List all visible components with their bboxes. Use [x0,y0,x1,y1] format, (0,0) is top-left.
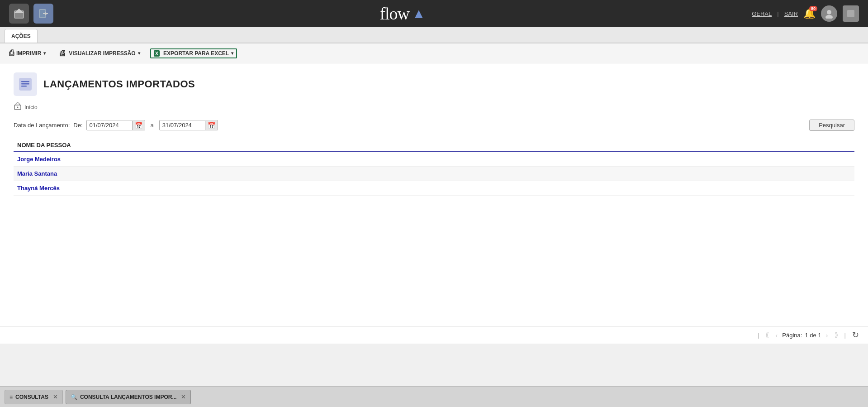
visualizar-label: VISUALIZAR IMPRESSÃO [69,50,135,57]
pag-last-button[interactable]: ⟫ [833,330,840,340]
toolbar: ⎙ IMPRIMIR ▾ 🖨 VISUALIZAR IMPRESSÃO ▾ X … [0,43,868,63]
svg-rect-9 [21,81,29,82]
svg-rect-10 [21,83,29,85]
user-avatar[interactable] [821,5,837,22]
print-icon: ⎙ [9,48,14,58]
a-label: a [151,122,154,129]
main-content: LANÇAMENTOS IMPORTADOS Início Data de La… [0,63,868,326]
table-cell-name: Jorge Medeiros [14,152,854,167]
imprimir-button[interactable]: ⎙ IMPRIMIR ▾ [6,47,48,59]
breadcrumb: Início [14,102,854,112]
svg-point-13 [17,107,19,108]
svg-rect-11 [21,86,27,87]
filter-row: Data de Lançamento: De: 📅 a 📅 Pesquisar [14,120,854,131]
pag-de: de [810,332,818,339]
pag-numbers: 1 de 1 [805,332,821,339]
pag-prev-button[interactable]: ‹ [773,330,779,340]
pag-label: Página: [782,332,802,339]
pag-right-sep: | [844,332,846,339]
person-link[interactable]: Maria Santana [17,170,57,177]
svg-point-6 [825,15,833,19]
svg-rect-7 [847,10,854,17]
date-to-wrap: 📅 [159,120,218,130]
visualizar-button[interactable]: 🖨 VISUALIZAR IMPRESSÃO ▾ [56,47,142,59]
column-header-nome: NOME DA PESSOA [14,139,854,152]
page-title: LANÇAMENTOS IMPORTADOS [43,78,195,90]
svg-point-5 [827,10,831,14]
table-row: Thayná Mercês [14,181,854,196]
sair-link[interactable]: SAIR [784,10,798,17]
breadcrumb-icon [14,102,22,112]
navbar: flow ▲ GERAL | SAIR 🔔 80 [0,0,868,27]
person-link[interactable]: Jorge Medeiros [17,156,61,163]
breadcrumb-inicio[interactable]: Início [24,104,38,110]
person-link[interactable]: Thayná Mercês [17,185,60,192]
pag-current: 1 [805,332,808,339]
tab-acoes-label: AÇÕES [11,33,31,39]
navbar-center: flow ▲ [379,4,425,24]
pag-next-button[interactable]: › [824,330,830,340]
pag-left-sep: | [758,332,759,339]
data-table: NOME DA PESSOA Jorge MedeirosMaria Santa… [14,139,854,196]
navbar-left [9,4,53,24]
table-row: Jorge Medeiros [14,152,854,167]
table-cell-name: Thayná Mercês [14,181,854,196]
exportar-label: EXPORTAR PARA EXCEL [163,50,229,57]
flow-logo-text: flow [379,4,409,24]
date-from-input[interactable] [87,120,132,130]
table-cell-name: Maria Santana [14,167,854,181]
user-menu-button[interactable] [843,5,859,22]
date-to-calendar-icon[interactable]: 📅 [205,121,218,130]
pagination-footer: | ⟪ ‹ Página: 1 de 1 › ⟫ | ↻ [0,326,868,344]
excel-icon: X [154,50,160,57]
pag-total: 1 [818,332,821,339]
page-header: LANÇAMENTOS IMPORTADOS [14,72,854,96]
data-lancamento-label: Data de Lançamento: [14,122,70,129]
notification-button[interactable]: 🔔 80 [803,8,816,19]
pag-first-button[interactable]: ⟪ [764,330,771,340]
exportar-chevron-icon: ▾ [231,51,233,56]
pag-refresh-button[interactable]: ↻ [852,330,859,340]
preview-icon: 🖨 [58,48,66,58]
notification-badge: 80 [809,6,817,11]
date-from-calendar-icon[interactable]: 📅 [132,121,145,130]
geral-link[interactable]: GERAL [752,10,772,17]
tab-bar: AÇÕES [0,27,868,43]
flow-logo-icon: ▲ [412,6,426,21]
page-header-icon [14,72,37,96]
date-to-input[interactable] [160,120,205,130]
pesquisar-button[interactable]: Pesquisar [809,120,854,131]
home-button[interactable] [9,4,29,24]
imprimir-label: IMPRIMIR [16,50,41,57]
exportar-button[interactable]: X EXPORTAR PARA EXCEL ▾ [150,48,237,58]
navbar-right: GERAL | SAIR 🔔 80 [752,5,859,22]
nav-separator: | [777,10,778,17]
imprimir-chevron-icon: ▾ [43,51,46,56]
login-button[interactable] [33,4,53,24]
tab-acoes[interactable]: AÇÕES [5,29,38,43]
de-label: De: [73,122,82,129]
visualizar-chevron-icon: ▾ [138,51,140,56]
date-from-wrap: 📅 [86,120,145,130]
table-row: Maria Santana [14,167,854,181]
